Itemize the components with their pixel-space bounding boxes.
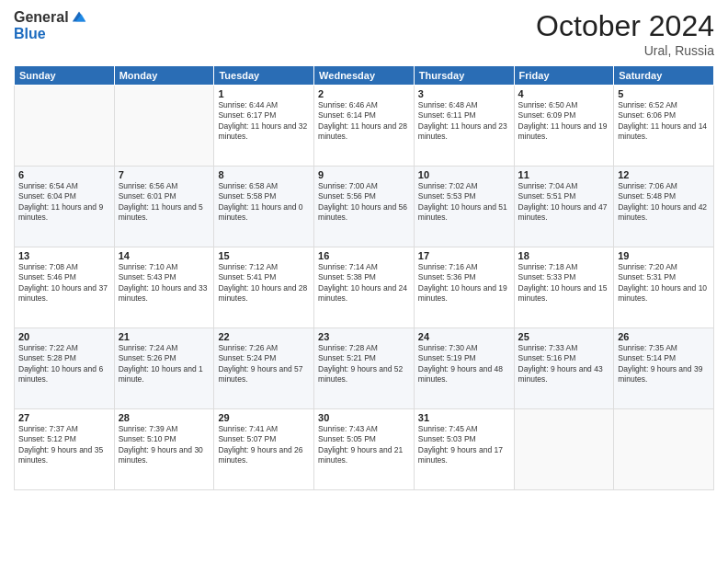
calendar-cell: 6Sunrise: 6:54 AMSunset: 6:04 PMDaylight…	[15, 167, 115, 247]
calendar-cell: 9Sunrise: 7:00 AMSunset: 5:56 PMDaylight…	[314, 167, 415, 247]
day-info: Sunrise: 6:46 AMSunset: 6:14 PMDaylight:…	[318, 100, 410, 143]
calendar-cell: 24Sunrise: 7:30 AMSunset: 5:19 PMDayligh…	[414, 328, 514, 409]
calendar-cell: 21Sunrise: 7:24 AMSunset: 5:26 PMDayligh…	[114, 328, 214, 409]
col-tuesday: Tuesday	[214, 66, 314, 86]
day-number: 15	[218, 250, 310, 261]
day-number: 5	[618, 88, 710, 99]
day-info: Sunrise: 6:44 AMSunset: 6:17 PMDaylight:…	[218, 100, 310, 143]
calendar-cell	[514, 409, 614, 490]
day-number: 24	[418, 331, 510, 342]
day-info: Sunrise: 6:54 AMSunset: 6:04 PMDaylight:…	[18, 181, 110, 224]
day-info: Sunrise: 7:14 AMSunset: 5:38 PMDaylight:…	[318, 262, 410, 304]
col-sunday: Sunday	[15, 66, 115, 86]
day-info: Sunrise: 7:16 AMSunset: 5:36 PMDaylight:…	[418, 262, 510, 304]
page: General Blue October 2024 Ural, Russia S…	[0, 0, 728, 563]
day-number: 4	[518, 88, 610, 99]
day-number: 18	[518, 250, 610, 261]
calendar-cell: 2Sunrise: 6:46 AMSunset: 6:14 PMDaylight…	[314, 86, 415, 167]
day-number: 31	[418, 412, 510, 423]
header-row: Sunday Monday Tuesday Wednesday Thursday…	[15, 66, 714, 86]
calendar-cell: 7Sunrise: 6:56 AMSunset: 6:01 PMDaylight…	[114, 167, 214, 247]
calendar-week-0: 1Sunrise: 6:44 AMSunset: 6:17 PMDaylight…	[15, 86, 714, 167]
day-number: 27	[18, 412, 110, 423]
day-info: Sunrise: 7:08 AMSunset: 5:46 PMDaylight:…	[18, 262, 110, 304]
calendar-cell: 10Sunrise: 7:02 AMSunset: 5:53 PMDayligh…	[414, 167, 514, 247]
day-info: Sunrise: 6:52 AMSunset: 6:06 PMDaylight:…	[618, 100, 710, 143]
day-info: Sunrise: 7:20 AMSunset: 5:31 PMDaylight:…	[618, 262, 710, 304]
col-friday: Friday	[514, 66, 614, 86]
day-info: Sunrise: 7:28 AMSunset: 5:21 PMDaylight:…	[318, 343, 410, 385]
calendar-cell: 13Sunrise: 7:08 AMSunset: 5:46 PMDayligh…	[15, 247, 115, 328]
calendar-cell: 11Sunrise: 7:04 AMSunset: 5:51 PMDayligh…	[514, 167, 614, 247]
day-number: 23	[318, 331, 410, 342]
calendar-week-4: 27Sunrise: 7:37 AMSunset: 5:12 PMDayligh…	[15, 409, 714, 490]
day-info: Sunrise: 7:24 AMSunset: 5:26 PMDaylight:…	[119, 343, 210, 385]
day-number: 7	[119, 169, 210, 180]
logo: General Blue	[14, 9, 87, 41]
day-number: 28	[119, 412, 210, 423]
day-info: Sunrise: 7:22 AMSunset: 5:28 PMDaylight:…	[18, 343, 110, 385]
calendar-cell: 5Sunrise: 6:52 AMSunset: 6:06 PMDaylight…	[614, 86, 714, 167]
day-info: Sunrise: 7:37 AMSunset: 5:12 PMDaylight:…	[18, 424, 110, 466]
calendar-cell: 14Sunrise: 7:10 AMSunset: 5:43 PMDayligh…	[114, 247, 214, 328]
day-number: 3	[418, 88, 510, 99]
col-monday: Monday	[114, 66, 214, 86]
day-number: 16	[318, 250, 410, 261]
day-number: 1	[218, 88, 310, 99]
day-info: Sunrise: 7:18 AMSunset: 5:33 PMDaylight:…	[518, 262, 610, 304]
calendar-cell	[114, 86, 214, 167]
calendar-cell	[15, 86, 115, 167]
calendar-cell: 30Sunrise: 7:43 AMSunset: 5:05 PMDayligh…	[314, 409, 415, 490]
calendar-cell: 29Sunrise: 7:41 AMSunset: 5:07 PMDayligh…	[214, 409, 314, 490]
day-info: Sunrise: 7:10 AMSunset: 5:43 PMDaylight:…	[119, 262, 210, 304]
calendar-cell: 23Sunrise: 7:28 AMSunset: 5:21 PMDayligh…	[314, 328, 415, 409]
calendar-cell: 31Sunrise: 7:45 AMSunset: 5:03 PMDayligh…	[414, 409, 514, 490]
calendar-body: 1Sunrise: 6:44 AMSunset: 6:17 PMDaylight…	[15, 86, 714, 490]
day-info: Sunrise: 7:43 AMSunset: 5:05 PMDaylight:…	[318, 424, 410, 466]
day-info: Sunrise: 7:02 AMSunset: 5:53 PMDaylight:…	[418, 181, 510, 224]
calendar-cell: 16Sunrise: 7:14 AMSunset: 5:38 PMDayligh…	[314, 247, 415, 328]
day-info: Sunrise: 6:58 AMSunset: 5:58 PMDaylight:…	[218, 181, 310, 224]
day-number: 21	[119, 331, 210, 342]
day-number: 17	[418, 250, 510, 261]
header: General Blue October 2024 Ural, Russia	[14, 9, 714, 58]
col-wednesday: Wednesday	[314, 66, 415, 86]
calendar-cell: 1Sunrise: 6:44 AMSunset: 6:17 PMDaylight…	[214, 86, 314, 167]
day-info: Sunrise: 7:04 AMSunset: 5:51 PMDaylight:…	[518, 181, 610, 224]
calendar-week-3: 20Sunrise: 7:22 AMSunset: 5:28 PMDayligh…	[15, 328, 714, 409]
calendar-cell: 28Sunrise: 7:39 AMSunset: 5:10 PMDayligh…	[114, 409, 214, 490]
location: Ural, Russia	[536, 43, 714, 58]
calendar-cell: 26Sunrise: 7:35 AMSunset: 5:14 PMDayligh…	[614, 328, 714, 409]
calendar-cell: 17Sunrise: 7:16 AMSunset: 5:36 PMDayligh…	[414, 247, 514, 328]
day-number: 20	[18, 331, 110, 342]
calendar-cell: 18Sunrise: 7:18 AMSunset: 5:33 PMDayligh…	[514, 247, 614, 328]
day-info: Sunrise: 7:35 AMSunset: 5:14 PMDaylight:…	[618, 343, 710, 385]
calendar-table: Sunday Monday Tuesday Wednesday Thursday…	[14, 65, 714, 490]
day-info: Sunrise: 7:30 AMSunset: 5:19 PMDaylight:…	[418, 343, 510, 385]
day-info: Sunrise: 7:00 AMSunset: 5:56 PMDaylight:…	[318, 181, 410, 224]
calendar-cell: 3Sunrise: 6:48 AMSunset: 6:11 PMDaylight…	[414, 86, 514, 167]
day-number: 14	[119, 250, 210, 261]
day-number: 26	[618, 331, 710, 342]
calendar-cell: 19Sunrise: 7:20 AMSunset: 5:31 PMDayligh…	[614, 247, 714, 328]
calendar-cell: 25Sunrise: 7:33 AMSunset: 5:16 PMDayligh…	[514, 328, 614, 409]
day-number: 29	[218, 412, 310, 423]
calendar-cell	[614, 409, 714, 490]
calendar-header: Sunday Monday Tuesday Wednesday Thursday…	[15, 66, 714, 86]
col-saturday: Saturday	[614, 66, 714, 86]
logo-icon	[71, 8, 87, 25]
day-info: Sunrise: 7:06 AMSunset: 5:48 PMDaylight:…	[618, 181, 710, 224]
day-info: Sunrise: 7:41 AMSunset: 5:07 PMDaylight:…	[218, 424, 310, 466]
day-info: Sunrise: 6:50 AMSunset: 6:09 PMDaylight:…	[518, 100, 610, 143]
calendar-cell: 27Sunrise: 7:37 AMSunset: 5:12 PMDayligh…	[15, 409, 115, 490]
calendar-cell: 20Sunrise: 7:22 AMSunset: 5:28 PMDayligh…	[15, 328, 115, 409]
day-info: Sunrise: 7:26 AMSunset: 5:24 PMDaylight:…	[218, 343, 310, 385]
logo-blue-text: Blue	[14, 26, 87, 42]
day-number: 2	[318, 88, 410, 99]
day-info: Sunrise: 6:56 AMSunset: 6:01 PMDaylight:…	[119, 181, 210, 224]
month-title: October 2024	[536, 9, 714, 43]
day-info: Sunrise: 7:12 AMSunset: 5:41 PMDaylight:…	[218, 262, 310, 304]
calendar-cell: 22Sunrise: 7:26 AMSunset: 5:24 PMDayligh…	[214, 328, 314, 409]
day-info: Sunrise: 7:33 AMSunset: 5:16 PMDaylight:…	[518, 343, 610, 385]
day-number: 22	[218, 331, 310, 342]
